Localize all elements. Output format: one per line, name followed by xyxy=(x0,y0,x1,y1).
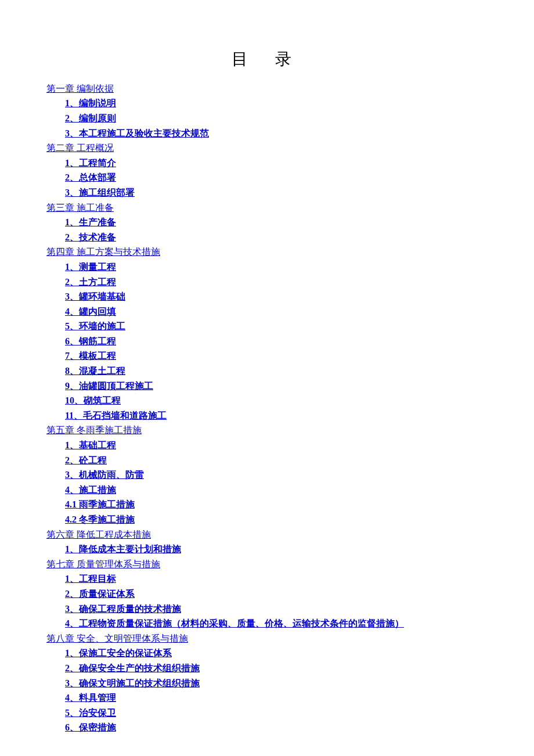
section-link[interactable]: 7、模板工程 xyxy=(65,348,488,363)
toc-container: 第一章 编制依据1、编制说明2、编制原则3、本工程施工及验收主要技术规范第二章 … xyxy=(46,81,488,735)
section-link[interactable]: 2、总体部署 xyxy=(65,170,488,185)
chapter-link[interactable]: 第五章 冬雨季施工措施 xyxy=(46,423,488,438)
chapter-link[interactable]: 第三章 施工准备 xyxy=(46,200,488,215)
section-link[interactable]: 4、工程物资质量保证措施（材料的采购、质量、价格、运输技术条件的监督措施） xyxy=(65,616,488,631)
chapter-link[interactable]: 第六章 降低工程成本措施 xyxy=(46,527,488,542)
section-link[interactable]: 1、保施工安全的保证体系 xyxy=(65,646,488,661)
section-link[interactable]: 6、钢筋工程 xyxy=(65,334,488,349)
section-link[interactable]: 2、确保安全生产的技术组织措施 xyxy=(65,661,488,676)
section-link[interactable]: 11、毛石挡墙和道路施工 xyxy=(65,408,488,423)
chapter-link[interactable]: 第八章 安全、文明管理体系与措施 xyxy=(46,631,488,646)
section-link[interactable]: 3、本工程施工及验收主要技术规范 xyxy=(65,126,488,141)
section-link[interactable]: 2、编制原则 xyxy=(65,111,488,126)
section-link[interactable]: 3、确保工程质量的技术措施 xyxy=(65,602,488,617)
section-link[interactable]: 4.2 冬季施工措施 xyxy=(65,512,488,527)
section-link[interactable]: 3、施工组织部署 xyxy=(65,185,488,200)
section-link[interactable]: 2、质量保证体系 xyxy=(65,586,488,602)
section-link[interactable]: 6、保密措施 xyxy=(65,720,488,735)
section-link[interactable]: 1、基础工程 xyxy=(65,438,488,453)
section-link[interactable]: 4.1 雨季施工措施 xyxy=(65,497,488,512)
section-link[interactable]: 5、治安保卫 xyxy=(65,705,488,721)
section-link[interactable]: 3、机械防雨、防雷 xyxy=(65,467,488,483)
chapter-link[interactable]: 第一章 编制依据 xyxy=(46,81,488,96)
toc-title: 目 录 xyxy=(46,46,488,73)
chapter-link[interactable]: 第七章 质量管理体系与措施 xyxy=(46,557,488,572)
section-link[interactable]: 2、技术准备 xyxy=(65,230,488,245)
section-link[interactable]: 1、测量工程 xyxy=(65,260,488,275)
section-link[interactable]: 3、罐环墙基础 xyxy=(65,289,488,304)
section-link[interactable]: 5、环墙的施工 xyxy=(65,319,488,334)
section-link[interactable]: 4、施工措施 xyxy=(65,483,488,498)
section-link[interactable]: 1、降低成本主要计划和措施 xyxy=(65,542,488,557)
section-link[interactable]: 3、确保文明施工的技术组织措施 xyxy=(65,676,488,691)
section-link[interactable]: 9、油罐圆顶工程施工 xyxy=(65,379,488,394)
section-link[interactable]: 2、土方工程 xyxy=(65,275,488,290)
chapter-link[interactable]: 第四章 施工方案与技术措施 xyxy=(46,244,488,260)
section-link[interactable]: 4、罐内回填 xyxy=(65,304,488,319)
section-link[interactable]: 8、混凝土工程 xyxy=(65,363,488,379)
chapter-link[interactable]: 第二章 工程概况 xyxy=(46,141,488,156)
section-link[interactable]: 10、砌筑工程 xyxy=(65,393,488,408)
section-link[interactable]: 1、工程目标 xyxy=(65,571,488,586)
section-link[interactable]: 4、料具管理 xyxy=(65,690,488,705)
section-link[interactable]: 1、编制说明 xyxy=(65,96,488,111)
section-link[interactable]: 1、生产准备 xyxy=(65,215,488,230)
section-link[interactable]: 1、工程简介 xyxy=(65,156,488,171)
section-link[interactable]: 2、砼工程 xyxy=(65,453,488,468)
